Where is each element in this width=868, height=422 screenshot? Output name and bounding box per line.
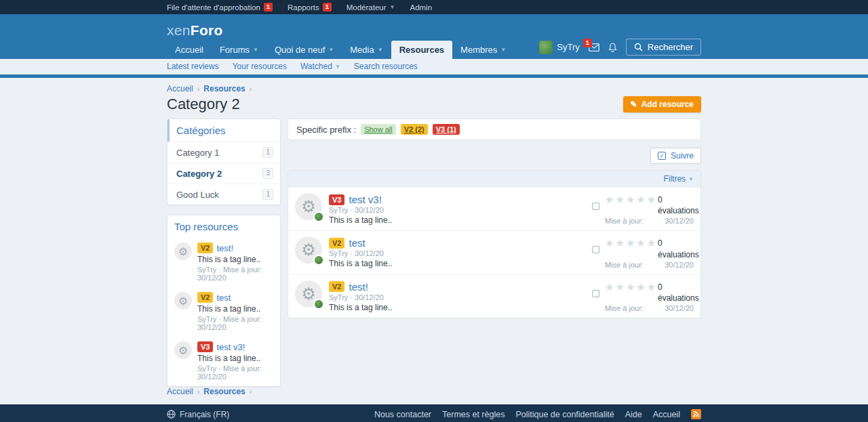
footer-link-privacy[interactable]: Politique de confidentialité	[515, 410, 614, 419]
footer-link-contact[interactable]: Nous contacter	[374, 410, 431, 419]
row-checkbox[interactable]	[592, 290, 599, 297]
sidebar-item-category-1[interactable]: Category 1 1	[167, 142, 280, 163]
gear-icon: ⚙	[174, 341, 192, 359]
top-resource-item: ⚙ V2 test This is a tag line.. SyTry · M…	[167, 287, 280, 337]
sidebar-item-category-2[interactable]: Category 2 3	[167, 163, 280, 184]
resource-title-link[interactable]: test!	[349, 281, 368, 293]
row-checkbox[interactable]	[592, 203, 599, 210]
resource-stats: ★★★★★ 0 évaluations Mise à jour: 30/12/2…	[592, 280, 694, 312]
approval-queue-link[interactable]: File d'attente d'approbation 1	[167, 3, 273, 12]
author-avatar	[313, 299, 324, 310]
follow-button[interactable]: ✓ Suivre	[650, 148, 701, 164]
top-resource-tagline: This is a tag line..	[197, 304, 273, 314]
chevron-down-icon: ▼	[390, 4, 395, 10]
top-resource-tagline: This is a tag line..	[197, 255, 273, 264]
sidebar-item-good-luck[interactable]: Good Luck 1	[167, 184, 280, 205]
avatar	[539, 41, 553, 54]
count-badge: 3	[262, 168, 273, 179]
page-canvas: File d'attente d'approbation 1 Rapports …	[0, 0, 868, 422]
resource-author-date: SyTry · 30/12/20	[329, 293, 585, 301]
resource-author-date: SyTry · 30/12/20	[329, 249, 585, 257]
resource-title-link[interactable]: test	[349, 237, 365, 249]
tab-home[interactable]: Accueil	[167, 41, 212, 59]
breadcrumb: Accueil › Resources ›	[167, 84, 701, 93]
page-body: Accueil › Resources › Category 2 ✎ Add r…	[0, 78, 868, 404]
bottom-breadcrumb: Accueil › Resources ›	[167, 387, 701, 396]
subnav-search-resources[interactable]: Search resources	[354, 62, 418, 71]
admin-link[interactable]: Admin	[410, 3, 432, 12]
count-badge: 1	[262, 189, 273, 200]
updated-label: Mise à jour:	[605, 217, 644, 225]
footer-link-help[interactable]: Aide	[625, 410, 642, 419]
resource-icon[interactable]: ⚙	[295, 280, 322, 308]
footer-link-terms[interactable]: Termes et règles	[442, 410, 505, 419]
prefix-filter-v2[interactable]: V2 (2)	[401, 124, 428, 135]
tab-members[interactable]: Membres▼	[452, 41, 514, 59]
subnav-latest-reviews[interactable]: Latest reviews	[167, 62, 219, 71]
edit-icon: ✎	[631, 100, 637, 109]
resource-icon[interactable]: ⚙	[295, 193, 322, 220]
breadcrumb-resources[interactable]: Resources	[203, 84, 245, 93]
author-avatar	[313, 211, 324, 222]
footer: Français (FR) Nous contacter Termes et r…	[0, 404, 868, 422]
reports-label: Rapports	[288, 3, 319, 12]
prefix-filter-label: Specific prefix :	[296, 125, 356, 135]
top-resource-link[interactable]: test v3!	[216, 342, 245, 352]
tab-forums[interactable]: Forums▼	[212, 41, 267, 59]
prefix-filter-v3[interactable]: V3 (1)	[433, 124, 460, 135]
resource-title-link[interactable]: test v3!	[349, 194, 381, 205]
sidebar: Catégories Category 1 1 Category 2 3 Goo…	[167, 119, 281, 387]
list-toolbar: Filtres ▼	[288, 171, 701, 187]
prefix-badge-v2: V2	[329, 281, 344, 292]
prefix-badge-v2: V2	[197, 242, 213, 253]
tab-whats-new[interactable]: Quoi de neuf▼	[267, 41, 342, 59]
main-column: Specific prefix : Show all V2 (2) V3 (1)…	[288, 119, 701, 318]
breadcrumb-home[interactable]: Accueil	[167, 387, 193, 396]
rss-icon	[693, 411, 699, 417]
breadcrumb-separator: ›	[250, 387, 252, 396]
moderator-menu[interactable]: Modérateur ▼	[347, 3, 395, 12]
alerts-button[interactable]	[608, 43, 617, 52]
chevron-down-icon: ▼	[688, 176, 694, 182]
admin-label: Admin	[410, 3, 432, 12]
review-count: 0 évaluations	[658, 282, 693, 303]
subnav-watched[interactable]: Watched▼	[300, 62, 340, 71]
row-checkbox[interactable]	[592, 246, 599, 253]
inbox-button[interactable]: 1	[589, 43, 599, 51]
resource-row: ⚙ V2 test! SyTry · 30/12/20 This is a ta…	[288, 274, 701, 318]
language-chooser[interactable]: Français (FR)	[167, 410, 229, 419]
review-count: 0 évaluations	[658, 238, 693, 259]
footer-link-home[interactable]: Accueil	[653, 410, 680, 419]
top-resource-item: ⚙ V2 test! This is a tag line.. SyTry · …	[167, 238, 280, 287]
account-menu[interactable]: SyTry	[539, 41, 579, 54]
filters-menu[interactable]: Filtres ▼	[663, 174, 694, 184]
rss-button[interactable]	[691, 409, 701, 419]
updated-date: 30/12/20	[665, 304, 694, 312]
resource-tagline: This is a tag line..	[329, 215, 585, 225]
resource-tagline: This is a tag line..	[329, 259, 585, 268]
search-button[interactable]: Rechercher	[626, 39, 701, 56]
add-resource-button[interactable]: ✎ Add resource	[623, 96, 701, 112]
breadcrumb-home[interactable]: Accueil	[167, 84, 193, 93]
prefix-show-all[interactable]: Show all	[361, 124, 396, 135]
subnav-your-resources[interactable]: Your resources	[233, 62, 287, 71]
top-resource-meta: SyTry · Mise à jour: 30/12/20	[197, 266, 273, 282]
reports-link[interactable]: Rapports 1	[288, 3, 332, 12]
xenforo-logo[interactable]: xenForo	[167, 22, 223, 39]
breadcrumb-resources[interactable]: Resources	[203, 387, 245, 396]
header: xenForo Accueil Forums▼ Quoi de neuf▼ Me…	[0, 14, 868, 59]
top-resource-meta: SyTry · Mise à jour: 30/12/20	[197, 364, 273, 381]
subnav: Latest reviews Your resources Watched▼ S…	[0, 59, 868, 75]
resource-stats: ★★★★★ 0 évaluations Mise à jour: 30/12/2…	[592, 236, 694, 268]
resource-author-date: SyTry · 30/12/20	[329, 206, 585, 214]
breadcrumb-separator: ›	[197, 387, 200, 396]
top-resource-link[interactable]: test	[216, 293, 231, 303]
top-resource-link[interactable]: test!	[216, 243, 233, 253]
prefix-filter: Specific prefix : Show all V2 (2) V3 (1)	[288, 119, 701, 140]
resource-icon[interactable]: ⚙	[295, 236, 322, 263]
tab-resources[interactable]: Resources	[391, 41, 452, 59]
updated-date: 30/12/20	[665, 261, 694, 269]
tab-media[interactable]: Media▼	[342, 41, 391, 59]
prefix-badge-v2: V2	[329, 238, 344, 249]
updated-date: 30/12/20	[665, 217, 694, 225]
